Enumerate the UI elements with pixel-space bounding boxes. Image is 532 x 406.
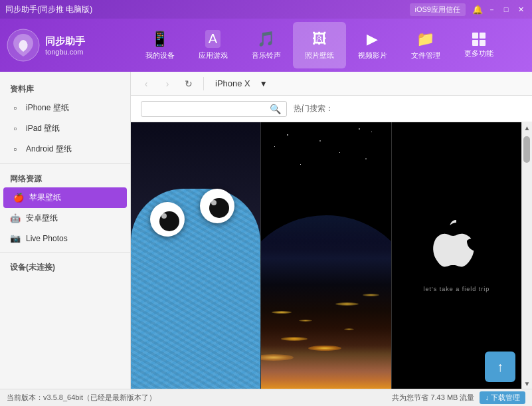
apple-wall-icon: 🍎	[13, 193, 24, 203]
sidebar: 资料库 ▫ iPhone 壁纸 ▫ iPad 壁纸 ▫ Android 壁纸 网…	[0, 72, 131, 389]
scroll-thumb-area[interactable]	[522, 133, 531, 378]
device-section-title: 设备(未连接)	[10, 262, 55, 272]
sidebar-ipad-wallpaper[interactable]: ▫ iPad 壁纸	[0, 118, 130, 139]
dropdown-arrow-icon: ▼	[260, 79, 268, 88]
upload-icon: ↑	[497, 359, 503, 375]
library-section-title: 资料库	[0, 78, 130, 98]
ipad-wall-icon: ▫	[10, 124, 21, 134]
hot-search-label: 热门搜索：	[294, 103, 333, 114]
device-icon: 📱	[151, 31, 169, 48]
logo-icon	[7, 29, 40, 62]
iphone-wall-icon: ▫	[10, 103, 21, 113]
sidebar-device-section: 设备(未连接)	[0, 256, 130, 278]
nav-video-label: 视频影片	[358, 51, 387, 60]
forward-button[interactable]: ›	[159, 75, 176, 92]
nav-photos-label: 照片壁纸	[305, 51, 334, 60]
sidebar-divider-2	[0, 252, 130, 253]
network-section-title: 网络资源	[0, 168, 130, 187]
scrollbar[interactable]: ▲ ▼	[521, 122, 532, 389]
minimize-button[interactable]: －	[486, 3, 497, 15]
main-area: 资料库 ▫ iPhone 壁纸 ▫ iPad 壁纸 ▫ Android 壁纸 网…	[0, 72, 532, 389]
content-area: ‹ › ↻ iPhone X ▼ 🔍 热门搜索：	[131, 72, 532, 389]
toolbar-title: iPhone X	[215, 78, 250, 88]
apple-tagline: let's take a field trip	[423, 286, 489, 292]
logo-area: 同步助手 tongbu.com	[7, 29, 113, 62]
search-bar: 🔍 热门搜索：	[131, 96, 532, 122]
nav-apps-label: 应用游戏	[199, 51, 228, 60]
status-bar: 当前版本：v3.5.8_64bit（已经是最新版本了） 共为您节省 7.43 M…	[0, 389, 532, 406]
live-photos-label: Live Photos	[26, 234, 68, 243]
toolbar: ‹ › ↻ iPhone X ▼	[131, 72, 532, 96]
nav-apps[interactable]: A 应用游戏	[187, 22, 240, 68]
app-title: 同步助手(同步推 电脑版)	[5, 4, 92, 15]
sidebar-android-net[interactable]: 🤖 安卓壁纸	[0, 208, 130, 229]
title-bar: 同步助手(同步推 电脑版) iOS9应用信任 🔔 － □ ✕	[0, 0, 532, 19]
image-grid: let's take a field trip ▲ ▼ ↑	[131, 122, 532, 389]
sidebar-iphone-wallpaper[interactable]: ▫ iPhone 壁纸	[0, 98, 130, 118]
nav-files[interactable]: 📁 文件管理	[399, 22, 452, 68]
sidebar-apple-wallpaper[interactable]: 🍎 苹果壁纸	[3, 187, 127, 208]
logo-text: 同步助手 tongbu.com	[45, 35, 85, 56]
scroll-up-arrow[interactable]: ▲	[521, 122, 532, 133]
files-icon: 📁	[416, 31, 434, 48]
header-nav: 同步助手 tongbu.com 📱 我的设备 A 应用游戏 🎵 音乐铃声 🖼 照…	[0, 19, 532, 72]
title-bar-right: iOS9应用信任 🔔 － □ ✕	[410, 3, 527, 16]
live-photos-icon: 📷	[10, 233, 21, 243]
scroll-down-arrow[interactable]: ▼	[521, 378, 532, 389]
more-icon	[472, 33, 486, 46]
wallpaper-col-3[interactable]: let's take a field trip	[392, 122, 521, 389]
back-button[interactable]: ‹	[137, 75, 155, 92]
nav-video[interactable]: ▶ 视频影片	[346, 22, 399, 68]
nav-music[interactable]: 🎵 音乐铃声	[240, 22, 293, 68]
maximize-button[interactable]: □	[500, 3, 512, 15]
photos-icon: 🖼	[312, 31, 327, 48]
ipad-wall-label: iPad 壁纸	[26, 123, 60, 134]
monster-graphic	[131, 122, 260, 389]
cookie-monster-image	[131, 122, 260, 389]
logo-name: 同步助手	[45, 35, 85, 48]
logo-domain: tongbu.com	[45, 48, 85, 56]
nav-more[interactable]: 更多功能	[452, 22, 505, 68]
music-icon: 🎵	[257, 31, 275, 48]
sidebar-divider-1	[0, 163, 130, 164]
nav-more-label: 更多功能	[464, 49, 493, 58]
wallpaper-col-1[interactable]	[131, 122, 261, 389]
earth-image	[261, 122, 391, 389]
download-management-button[interactable]: ↓ 下载管理	[480, 391, 525, 404]
toolbar-dropdown[interactable]: ▼	[260, 79, 268, 88]
refresh-button[interactable]: ↻	[180, 75, 197, 92]
search-input[interactable]	[147, 104, 266, 114]
close-button[interactable]: ✕	[515, 3, 527, 15]
upload-button[interactable]: ↑	[485, 352, 515, 382]
android-net-label: 安卓壁纸	[26, 213, 58, 224]
apple-wallpaper-image: let's take a field trip	[392, 122, 521, 389]
nav-photos[interactable]: 🖼 照片壁纸	[293, 22, 346, 68]
search-icon[interactable]: 🔍	[270, 104, 281, 114]
android-net-icon: 🤖	[10, 213, 21, 223]
android-wall-icon: ▫	[10, 144, 21, 154]
search-input-wrap: 🔍	[141, 101, 287, 117]
nav-music-label: 音乐铃声	[252, 51, 281, 60]
version-info: 当前版本：v3.5.8_64bit（已经是最新版本了）	[7, 393, 156, 403]
status-right: 共为您节省 7.43 MB 流量 ↓ 下载管理	[392, 391, 525, 404]
download-mgmt-label: ↓ 下载管理	[485, 393, 520, 401]
nav-items: 📱 我的设备 A 应用游戏 🎵 音乐铃声 🖼 照片壁纸 ▶ 视频影片 📁 文件管…	[113, 22, 525, 68]
nav-my-device[interactable]: 📱 我的设备	[133, 22, 187, 68]
iphone-wall-label: iPhone 壁纸	[26, 102, 69, 114]
android-wall-label: Android 壁纸	[26, 144, 72, 155]
wallpaper-col-2[interactable]	[261, 122, 391, 389]
apple-logo-svg	[430, 219, 483, 279]
scroll-thumb	[523, 136, 530, 163]
sidebar-android-wallpaper[interactable]: ▫ Android 壁纸	[0, 139, 130, 159]
nav-files-label: 文件管理	[411, 51, 440, 60]
nav-device-label: 我的设备	[145, 51, 175, 60]
sidebar-live-photos[interactable]: 📷 Live Photos	[0, 229, 130, 248]
savings-info: 共为您节省 7.43 MB 流量	[392, 393, 474, 403]
toolbar-divider	[203, 77, 204, 90]
earth-graphic	[261, 122, 391, 389]
title-bar-left: 同步助手(同步推 电脑版)	[5, 4, 92, 15]
ios-trust-button[interactable]: iOS9应用信任	[410, 3, 466, 16]
video-icon: ▶	[367, 31, 378, 48]
apple-wall-label: 苹果壁纸	[29, 192, 61, 203]
apps-icon: A	[205, 30, 221, 48]
